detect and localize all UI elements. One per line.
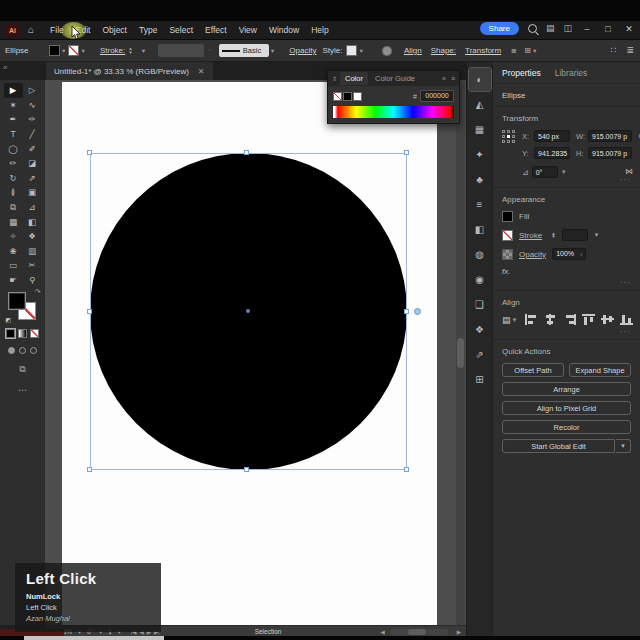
menu-view[interactable]: View (239, 25, 257, 35)
handle-middle-left[interactable] (87, 309, 92, 314)
draw-inside-button[interactable] (30, 347, 37, 354)
color-mode-button[interactable] (6, 329, 15, 338)
handle-bottom-left[interactable] (87, 467, 92, 472)
arrange-documents-icon[interactable]: ▤ (546, 24, 555, 33)
stroke-width-dropdown-icon[interactable]: ▼ (594, 232, 600, 238)
draw-behind-button[interactable] (19, 347, 26, 354)
h-scroll-right-arrow[interactable]: ▶ (457, 629, 461, 635)
artboard-tool[interactable]: ▭ (4, 258, 23, 273)
illustrator-logo-icon[interactable]: Ai (6, 24, 19, 37)
transparency-panel-icon[interactable]: ◍ (469, 243, 491, 266)
h-field[interactable]: 915.0079 p (588, 147, 632, 159)
collapse-panel-icon[interactable]: » (442, 75, 446, 82)
offset-path-button[interactable]: Offset Path (502, 363, 564, 377)
recolor-button[interactable]: Recolor (502, 420, 631, 434)
vertical-align-bottom-icon[interactable] (620, 314, 633, 325)
document-setup-globe-icon[interactable] (382, 46, 392, 56)
canvas-vertical-scrollbar[interactable] (456, 80, 465, 625)
free-transform-tool[interactable]: ▣ (23, 185, 42, 200)
select-similar-dropdown-icon[interactable]: ▼ (532, 48, 537, 54)
handle-bottom-right[interactable] (404, 467, 409, 472)
screen-mode-icon[interactable]: ⧉ (0, 364, 45, 375)
h-scrollbar-thumb[interactable] (408, 629, 426, 635)
curvature-tool[interactable]: ✑ (23, 112, 42, 127)
fill-color-swatch[interactable] (49, 45, 60, 56)
canvas-pasteboard[interactable] (45, 80, 466, 625)
opacity-swatch[interactable] (502, 249, 513, 260)
stroke-panel-icon[interactable]: ≡ (469, 193, 491, 216)
asset-export-panel-icon[interactable]: ⇗ (469, 343, 491, 366)
stroke-label[interactable]: Stroke (519, 231, 542, 240)
gradient-panel-icon[interactable]: ◧ (469, 218, 491, 241)
graphic-styles-panel-icon[interactable]: ❑ (469, 293, 491, 316)
horizontal-align-left-icon[interactable] (525, 314, 538, 325)
stroke-weight-stepper[interactable]: ▲▼ (128, 47, 132, 54)
transform-link[interactable]: Transform (465, 46, 501, 55)
pen-tool[interactable]: ✒ (4, 112, 23, 127)
style-dropdown-icon[interactable]: ▼ (358, 48, 363, 54)
width-tool[interactable]: ≬ (4, 185, 23, 200)
canvas-horizontal-scrollbar[interactable] (390, 629, 448, 635)
appearance-panel-icon[interactable]: ◉ (469, 268, 491, 291)
fx-button[interactable]: fx. (502, 267, 631, 276)
vertical-align-center-icon[interactable] (601, 314, 614, 325)
scrollbar-thumb[interactable] (457, 338, 464, 368)
style-swatch[interactable] (346, 45, 357, 56)
align-more-options[interactable]: ··· (620, 327, 631, 336)
menu-object[interactable]: Object (102, 25, 127, 35)
hex-value-field[interactable]: 000000 (420, 90, 454, 102)
stroke-weight-dropdown-icon[interactable]: ▼ (141, 48, 146, 54)
opacity-expand-icon[interactable]: › (580, 248, 582, 260)
perspective-grid-tool[interactable]: ⊿ (23, 200, 42, 215)
slice-tool[interactable]: ✂ (23, 258, 42, 273)
panel-cycle-icon[interactable]: ⇕ (332, 75, 337, 82)
gradient-tool[interactable]: ◧ (23, 214, 42, 229)
h-scroll-left-arrow[interactable]: ◀ (381, 629, 385, 635)
tab-color-guide[interactable]: Color Guide (370, 72, 420, 85)
menu-select[interactable]: Select (169, 25, 193, 35)
close-button[interactable]: ✕ (623, 24, 635, 34)
ellipse-tool[interactable]: ◯ (4, 141, 23, 156)
menu-window[interactable]: Window (269, 25, 299, 35)
appearance-more-options[interactable]: ··· (620, 278, 631, 287)
opacity-link[interactable]: Opacity (289, 46, 316, 55)
w-field[interactable]: 915.0079 p (588, 130, 632, 142)
shape-center-point[interactable] (246, 309, 250, 313)
stroke-dropdown-icon[interactable]: ▼ (80, 48, 85, 54)
arrange-button[interactable]: Arrange (502, 382, 631, 396)
tab-color[interactable]: Color (340, 72, 368, 85)
opacity-field[interactable]: 100% › (552, 248, 586, 260)
fill-indicator[interactable] (8, 292, 26, 310)
expand-shape-button[interactable]: Expand Shape (569, 363, 631, 377)
artboards-panel-icon[interactable]: ⊞ (469, 368, 491, 391)
white-swatch[interactable] (353, 92, 362, 101)
vertical-align-top-icon[interactable] (582, 314, 595, 325)
y-field[interactable]: 941.2835 p (534, 147, 570, 159)
paintbrush-tool[interactable]: ✐ (23, 141, 42, 156)
handle-top-center[interactable] (244, 150, 249, 155)
draw-normal-button[interactable] (8, 347, 15, 354)
eraser-tool[interactable]: ◪ (23, 156, 42, 171)
fill-label[interactable]: Fill (519, 212, 529, 221)
stroke-width-stepper[interactable]: ▲▼ (551, 232, 555, 239)
x-field[interactable]: 540 px (534, 130, 570, 142)
opacity-label[interactable]: Opacity (519, 250, 546, 259)
rotation-dropdown-icon[interactable]: ▼ (561, 169, 567, 175)
align-to-pixel-grid-button[interactable]: Align to Pixel Grid (502, 401, 631, 415)
home-icon[interactable]: ⌂ (28, 25, 34, 35)
workspace-switcher-icon[interactable]: ◫ (563, 24, 572, 33)
global-edit-dropdown-icon[interactable]: ▼ (616, 439, 631, 453)
rotation-field[interactable]: 0° (532, 166, 558, 178)
panel-menu-icon[interactable]: ≣ (626, 46, 634, 55)
variable-width-field[interactable] (158, 44, 204, 57)
panel-menu-icon[interactable]: ≡ (451, 75, 455, 82)
tab-close-icon[interactable]: ✕ (198, 67, 205, 76)
magic-wand-tool[interactable]: ✶ (4, 98, 23, 113)
line-segment-tool[interactable]: ╱ (23, 127, 42, 142)
lasso-tool[interactable]: ∿ (23, 98, 42, 113)
transform-more-options[interactable]: ··· (620, 175, 631, 184)
handle-middle-right[interactable] (404, 309, 409, 314)
minimize-button[interactable]: – (581, 24, 593, 34)
none-mode-button[interactable] (30, 329, 39, 338)
rotate-tool[interactable]: ↻ (4, 171, 23, 186)
